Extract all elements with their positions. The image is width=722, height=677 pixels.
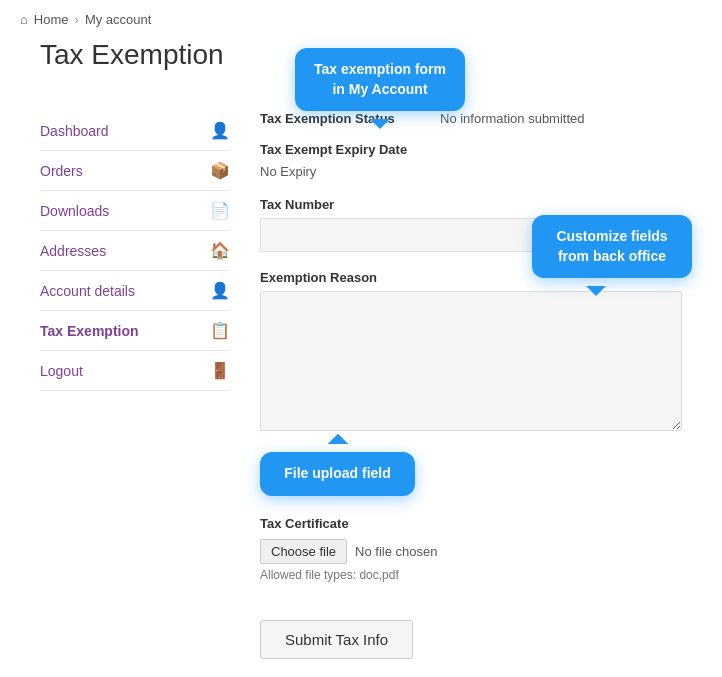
- tax-number-label: Tax Number: [260, 197, 682, 212]
- breadcrumb-separator: ›: [75, 12, 79, 27]
- sidebar: Dashboard 👤 Orders 📦 Downloads 📄 Address…: [40, 111, 230, 659]
- tax-exemption-icon: 📋: [210, 321, 230, 340]
- file-name-text: No file chosen: [355, 544, 437, 559]
- submit-tax-info-button[interactable]: Submit Tax Info: [260, 620, 413, 659]
- tooltip-file-upload: File upload field: [260, 452, 415, 496]
- account-details-icon: 👤: [210, 281, 230, 300]
- sidebar-item-account-details[interactable]: Account details 👤: [40, 271, 230, 311]
- dashboard-icon: 👤: [210, 121, 230, 140]
- sidebar-item-orders[interactable]: Orders 📦: [40, 151, 230, 191]
- status-value: No information submitted: [440, 111, 585, 126]
- orders-icon: 📦: [210, 161, 230, 180]
- home-icon: ⌂: [20, 12, 28, 27]
- addresses-icon: 🏠: [210, 241, 230, 260]
- breadcrumb-current: My account: [85, 12, 151, 27]
- tooltip-tax-exemption-form: Tax exemption form in My Account: [295, 48, 465, 111]
- expiry-value: No Expiry: [260, 164, 316, 179]
- downloads-icon: 📄: [210, 201, 230, 220]
- sidebar-item-tax-exemption[interactable]: Tax Exemption 📋: [40, 311, 230, 351]
- status-label: Tax Exemption Status: [260, 111, 420, 126]
- status-row: Tax Exemption Status No information subm…: [260, 111, 682, 126]
- breadcrumb: ⌂ Home › My account: [0, 0, 722, 39]
- expiry-block: Tax Exempt Expiry Date No Expiry: [260, 142, 682, 179]
- sidebar-item-downloads[interactable]: Downloads 📄: [40, 191, 230, 231]
- tax-cert-block: Tax Certificate Choose file No file chos…: [260, 516, 682, 582]
- allowed-file-types: Allowed file types: doc,pdf: [260, 568, 682, 582]
- tax-cert-label: Tax Certificate: [260, 516, 682, 531]
- sidebar-item-addresses[interactable]: Addresses 🏠: [40, 231, 230, 271]
- exemption-reason-textarea[interactable]: [260, 291, 682, 431]
- breadcrumb-home-link[interactable]: Home: [34, 12, 69, 27]
- main-content: Tax Exemption Status No information subm…: [230, 111, 682, 659]
- tooltip-customize-fields: Customize fields from back office: [532, 215, 692, 278]
- sidebar-item-dashboard[interactable]: Dashboard 👤: [40, 111, 230, 151]
- logout-icon: 🚪: [210, 361, 230, 380]
- choose-file-button[interactable]: Choose file: [260, 539, 347, 564]
- sidebar-item-logout[interactable]: Logout 🚪: [40, 351, 230, 391]
- file-upload-row: Choose file No file chosen: [260, 539, 682, 564]
- exemption-reason-block: Exemption Reason: [260, 270, 682, 434]
- expiry-label: Tax Exempt Expiry Date: [260, 142, 682, 157]
